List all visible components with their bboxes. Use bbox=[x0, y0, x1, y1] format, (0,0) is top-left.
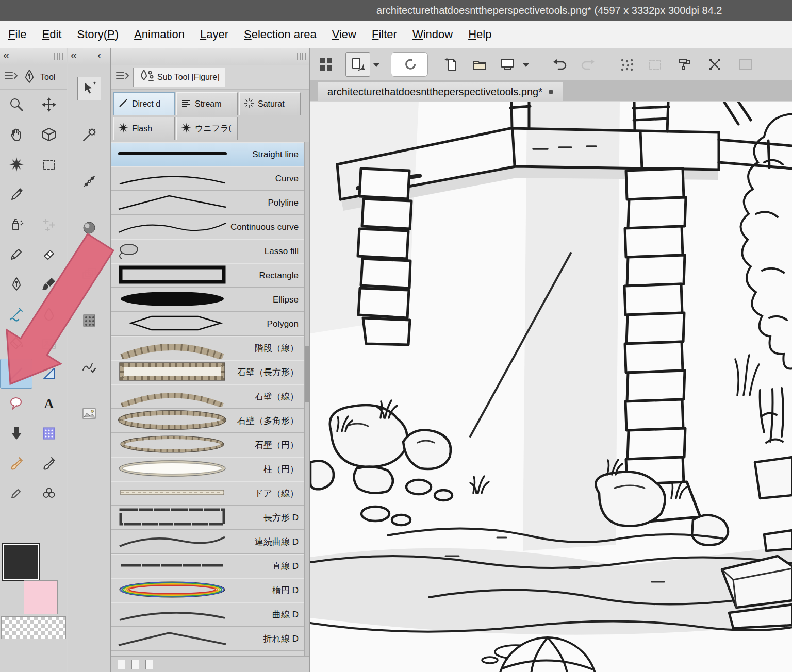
text-tool[interactable]: A bbox=[32, 389, 65, 418]
subtool-item-0[interactable]: Straight line bbox=[111, 142, 305, 166]
export-dropdown[interactable] bbox=[520, 52, 532, 77]
scrollbar-thumb[interactable] bbox=[305, 346, 309, 402]
menu-window[interactable]: Window bbox=[412, 28, 453, 41]
page-flip-dropdown[interactable] bbox=[370, 52, 383, 77]
subtool-item-3[interactable]: Continuous curve bbox=[111, 215, 305, 239]
subtool-grip[interactable] bbox=[297, 53, 306, 60]
eyedropper-tool[interactable] bbox=[0, 179, 32, 209]
subtool-group-0[interactable]: Direct d bbox=[113, 92, 175, 115]
pencil-tool[interactable] bbox=[0, 239, 32, 269]
export-button[interactable] bbox=[495, 52, 520, 77]
subtool-item-1[interactable]: Curve bbox=[111, 166, 305, 191]
subtool-item-8[interactable]: 階段（線） bbox=[111, 336, 305, 360]
open-file-button[interactable] bbox=[467, 52, 492, 77]
sub-color-swatch[interactable] bbox=[24, 580, 58, 614]
panel-menu-icon[interactable] bbox=[114, 69, 130, 86]
correction-pencil-tool[interactable] bbox=[0, 478, 32, 508]
operation-tool[interactable] bbox=[0, 149, 32, 179]
blur-brush-tool[interactable] bbox=[32, 448, 65, 478]
menu-layer[interactable]: Layer bbox=[200, 28, 228, 41]
brush-tool[interactable] bbox=[32, 269, 65, 299]
pattern-tool[interactable] bbox=[32, 418, 65, 448]
menu-selectionarea[interactable]: Selection area bbox=[244, 28, 317, 41]
subtool-item-14[interactable]: ドア（線） bbox=[111, 481, 305, 506]
ruler-tool[interactable] bbox=[32, 359, 65, 389]
move-tool[interactable] bbox=[32, 90, 65, 120]
subtool-item-9[interactable]: 石壁（長方形） bbox=[111, 360, 305, 384]
image-subtool[interactable] bbox=[77, 401, 101, 425]
blend-tool[interactable] bbox=[32, 299, 65, 329]
subtool-item-17[interactable]: 直線 D bbox=[111, 554, 305, 578]
snap-special-button[interactable] bbox=[642, 52, 667, 77]
correct-line-subtool[interactable] bbox=[77, 355, 101, 379]
subtool-item-2[interactable]: Polyline bbox=[111, 191, 305, 215]
page-flip-button[interactable] bbox=[345, 52, 370, 77]
subtool-item-12[interactable]: 石壁（円） bbox=[111, 433, 305, 457]
clipped-button[interactable] bbox=[732, 52, 757, 77]
menu-file[interactable]: File bbox=[8, 28, 26, 41]
gradient-tool[interactable] bbox=[32, 329, 65, 359]
subtool-item-4[interactable]: Lasso fill bbox=[111, 239, 305, 263]
fill-roller-button[interactable] bbox=[672, 52, 697, 77]
collapse-left-icon[interactable]: « bbox=[71, 49, 77, 62]
add-subtool-icon[interactable] bbox=[118, 660, 125, 669]
subtool-item-6[interactable]: Ellipse bbox=[111, 288, 305, 312]
copy-subtool-icon[interactable] bbox=[131, 660, 139, 669]
menu-animation[interactable]: Animation bbox=[134, 28, 185, 41]
subtool-group-1[interactable]: Stream bbox=[176, 92, 238, 115]
subtool-item-20[interactable]: 折れ線 D bbox=[111, 627, 305, 651]
layers-subtool[interactable] bbox=[77, 262, 101, 286]
menu-filter[interactable]: Filter bbox=[372, 28, 397, 41]
transform-button[interactable] bbox=[702, 52, 727, 77]
selection-marquee-tool[interactable] bbox=[32, 149, 65, 179]
subtool-item-19[interactable]: 曲線 D bbox=[111, 602, 305, 627]
soft-brush-tool[interactable] bbox=[0, 448, 32, 478]
rotate-canvas-tool[interactable] bbox=[32, 120, 65, 149]
eraser-tool[interactable] bbox=[32, 239, 65, 269]
subtool-item-5[interactable]: Rectangle bbox=[111, 263, 305, 288]
collapse-single-icon[interactable]: ‹ bbox=[97, 49, 101, 62]
airbrush-tool[interactable] bbox=[0, 209, 32, 239]
tone-subtool[interactable] bbox=[77, 309, 101, 332]
panel-menu-icon[interactable] bbox=[3, 69, 19, 86]
collapse-left-icon[interactable]: « bbox=[3, 49, 9, 62]
redo-button[interactable] bbox=[575, 52, 600, 77]
new-file-button[interactable] bbox=[439, 52, 464, 77]
document-tab[interactable]: architecturethatdoesnttheperspectivetool… bbox=[318, 82, 563, 101]
undo-button[interactable] bbox=[548, 52, 572, 77]
subtool-item-18[interactable]: 楕円 D bbox=[111, 578, 305, 602]
subtool-item-13[interactable]: 柱（円） bbox=[111, 457, 305, 481]
subtool-item-16[interactable]: 連続曲線 D bbox=[111, 530, 305, 554]
subtool-item-10[interactable]: 石壁（線） bbox=[111, 384, 305, 409]
object-subtool[interactable] bbox=[77, 77, 101, 100]
subtool-group-4[interactable]: ウニフラ( bbox=[176, 117, 238, 140]
subtool-group-3[interactable]: Flash bbox=[113, 117, 175, 140]
watercolor-tool[interactable] bbox=[0, 299, 32, 329]
menu-view[interactable]: View bbox=[332, 28, 356, 41]
workspace-layout-button[interactable] bbox=[314, 52, 338, 77]
transparent-color-swatch[interactable] bbox=[1, 616, 66, 639]
menu-edit[interactable]: Edit bbox=[42, 28, 61, 41]
subtool-item-11[interactable]: 石壁（多角形） bbox=[111, 409, 305, 433]
subtool-title-tab[interactable]: Sub Tool [Figure] bbox=[133, 68, 225, 87]
menu-storyp[interactable]: Story(P) bbox=[77, 28, 119, 41]
figure-line-tool[interactable] bbox=[0, 359, 32, 389]
subtool-item-15[interactable]: 長方形 D bbox=[111, 506, 305, 530]
subtool-item-7[interactable]: Polygon bbox=[111, 312, 305, 336]
clip-studio-logo-button[interactable] bbox=[391, 52, 428, 77]
subtool-scrollbar[interactable] bbox=[304, 142, 309, 657]
canvas-viewport[interactable] bbox=[310, 102, 792, 672]
frame-border-tool[interactable] bbox=[0, 418, 32, 448]
delete-subtool-icon[interactable] bbox=[145, 660, 153, 669]
palette-grip[interactable] bbox=[54, 53, 63, 60]
pen-tool[interactable] bbox=[0, 269, 32, 299]
hand-tool[interactable] bbox=[0, 120, 32, 149]
menu-help[interactable]: Help bbox=[468, 28, 491, 41]
subtool-group-2[interactable]: Saturat bbox=[239, 92, 301, 115]
zoom-tool[interactable] bbox=[0, 90, 32, 120]
main-color-swatch[interactable] bbox=[3, 544, 39, 580]
gradient-sphere-subtool[interactable] bbox=[77, 216, 101, 240]
wand-subtool[interactable] bbox=[77, 123, 101, 147]
snap-ruler-button[interactable] bbox=[615, 52, 639, 77]
line-correct-subtool[interactable] bbox=[77, 170, 101, 193]
